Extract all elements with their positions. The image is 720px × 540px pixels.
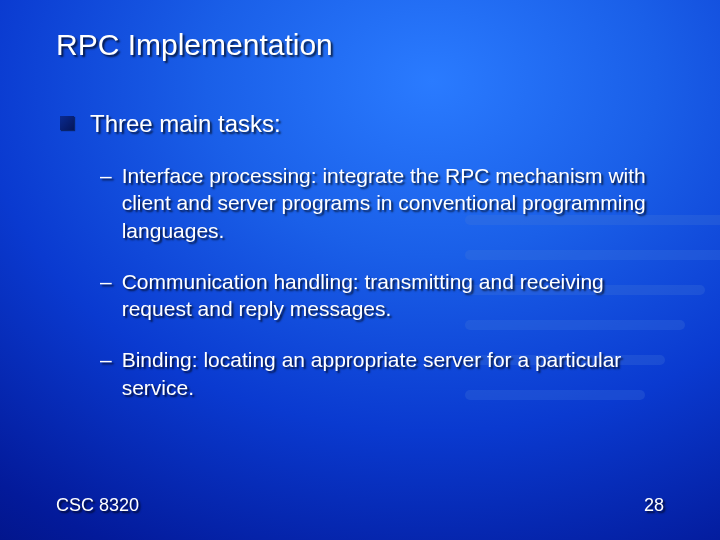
level2-item: – Interface processing: integrate the RP… xyxy=(60,162,664,244)
level2-text: Communication handling: transmitting and… xyxy=(122,268,664,323)
slide-title: RPC Implementation xyxy=(56,28,664,62)
level1-text: Three main tasks: xyxy=(90,110,281,138)
slide: RPC Implementation Three main tasks: – I… xyxy=(0,0,720,540)
footer-left: CSC 8320 xyxy=(56,495,139,516)
slide-footer: CSC 8320 28 xyxy=(56,495,664,516)
square-bullet-icon xyxy=(60,116,74,130)
level2-item: – Binding: locating an appropriate serve… xyxy=(60,346,664,401)
level2-text: Binding: locating an appropriate server … xyxy=(122,346,664,401)
level2-text: Interface processing: integrate the RPC … xyxy=(122,162,664,244)
slide-number: 28 xyxy=(644,495,664,516)
dash-bullet-icon: – xyxy=(100,268,112,323)
dash-bullet-icon: – xyxy=(100,346,112,401)
level2-item: – Communication handling: transmitting a… xyxy=(60,268,664,323)
level1-bullet: Three main tasks: xyxy=(60,110,664,138)
slide-content: Three main tasks: – Interface processing… xyxy=(56,110,664,401)
dash-bullet-icon: – xyxy=(100,162,112,244)
